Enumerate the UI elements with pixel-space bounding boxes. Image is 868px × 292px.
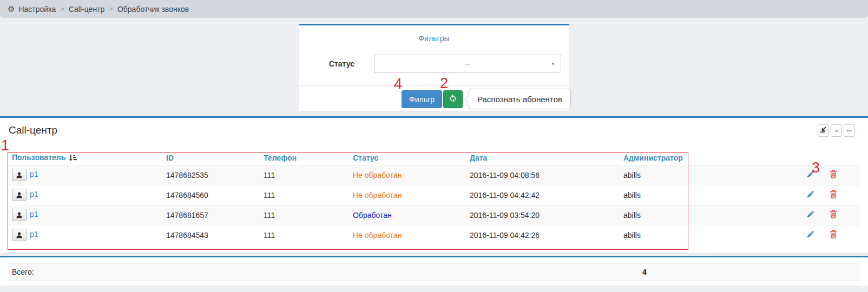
refresh-button[interactable] [443, 90, 463, 108]
admin-cell: abills [619, 165, 798, 185]
edit-pencil-icon[interactable] [806, 170, 815, 180]
table-header-row: Пользователь ID Телефон Статус Дата Адми… [8, 151, 860, 165]
totals-panel: Всего: 4 [0, 256, 868, 286]
minus-icon: − [834, 128, 838, 134]
panel-title: Call-центр [9, 124, 57, 136]
total-value: 4 [642, 264, 647, 280]
collapse-button[interactable]: − [831, 124, 842, 137]
delete-action-cell [823, 165, 860, 185]
delete-action-cell [823, 205, 860, 225]
panel-toolbar: − ••• [816, 124, 855, 137]
status-select[interactable]: -- ▼ [374, 55, 561, 73]
col-header-date[interactable]: Дата [465, 151, 619, 165]
delete-trash-icon[interactable] [830, 170, 837, 180]
user-link[interactable]: p1 [30, 190, 38, 198]
status-cell: Не обработан [348, 225, 465, 245]
phone-cell: 111 [259, 165, 348, 185]
breadcrumb-separator: > [60, 5, 64, 13]
date-cell: 2016-11-09 04:42:42 [465, 185, 619, 205]
edit-pencil-icon[interactable] [806, 230, 815, 240]
delete-action-cell [823, 185, 860, 205]
date-cell: 2016-11-09 04:42:26 [465, 225, 619, 245]
col-header-id[interactable]: ID [162, 151, 259, 165]
status-cell: Не обработан [348, 165, 465, 185]
breadcrumb-item-call-center[interactable]: Call-центр [69, 5, 104, 14]
filters-panel-footer: Фильтр Распознать абонентов [299, 85, 569, 112]
id-cell: 1478684560 [162, 185, 259, 205]
table-row: p1 1478681657 111 Обработан 2016-11-09 0… [8, 205, 860, 225]
options-button[interactable]: ••• [844, 124, 855, 137]
edit-action-cell [798, 185, 823, 205]
col-header-admin[interactable]: Администратор [619, 151, 798, 165]
table-row: p1 1478682535 111 Не обработан 2016-11-0… [8, 165, 860, 185]
user-cell: p1 [8, 165, 162, 185]
status-cell: Обработан [348, 205, 465, 225]
table-body: p1 1478682535 111 Не обработан 2016-11-0… [8, 165, 860, 245]
total-label: Всего: [8, 268, 34, 276]
id-cell: 1478682535 [162, 165, 259, 185]
table-row: p1 1478684560 111 Не обработан 2016-11-0… [8, 185, 860, 205]
admin-cell: abills [619, 185, 798, 205]
delete-action-cell [823, 225, 860, 245]
refresh-icon [449, 94, 457, 104]
delete-trash-icon[interactable] [830, 210, 837, 220]
admin-cell: abills [619, 225, 798, 245]
admin-cell: abills [619, 205, 798, 225]
filters-panel: Фильтры Статус -- ▼ Фильтр Распознать аб… [299, 24, 569, 111]
edit-action-cell [798, 165, 823, 185]
phone-cell: 111 [259, 205, 348, 225]
edit-pencil-icon[interactable] [806, 190, 815, 200]
breadcrumb-separator: > [109, 5, 113, 13]
calls-table: Пользователь ID Телефон Статус Дата Адми… [8, 151, 860, 245]
col-header-actions [798, 151, 823, 165]
phone-cell: 111 [259, 185, 348, 205]
date-cell: 2016-11-09 03:54:20 [465, 205, 619, 225]
delete-trash-icon[interactable] [830, 190, 837, 200]
breadcrumb-item-call-handler[interactable]: Обработчик звонков [117, 5, 189, 14]
table-row: p1 1478684543 111 Не обработан 2016-11-0… [8, 225, 860, 245]
status-select-value: -- [465, 59, 470, 68]
breadcrumb: ⚙ Настройка > Call-центр > Обработчик зв… [0, 0, 868, 18]
col-header-user-label: Пользователь [12, 153, 65, 162]
export-icon [820, 127, 827, 135]
user-icon-button[interactable] [12, 189, 27, 201]
chevron-down-icon: ▼ [551, 62, 555, 67]
export-button[interactable] [818, 124, 829, 137]
user-cell: p1 [8, 225, 162, 245]
user-link[interactable]: p1 [30, 210, 38, 218]
user-link[interactable]: p1 [30, 230, 38, 238]
col-header-status[interactable]: Статус [348, 151, 465, 165]
edit-action-cell [798, 225, 823, 245]
date-cell: 2016-11-09 04:08:56 [465, 165, 619, 185]
call-center-panel: Call-центр − ••• Пользователь [0, 116, 868, 254]
recognize-subscribers-tooltip: Распознать абонентов [469, 89, 571, 109]
edit-pencil-icon[interactable] [806, 210, 815, 220]
gear-icon: ⚙ [8, 4, 15, 14]
delete-trash-icon[interactable] [830, 230, 837, 240]
filters-panel-title: Фильтры [299, 25, 569, 43]
phone-cell: 111 [259, 225, 348, 245]
col-header-user[interactable]: Пользователь [8, 151, 162, 165]
user-icon-button[interactable] [12, 169, 27, 181]
totals-row: Всего: 4 [8, 263, 860, 281]
sort-amount-icon [69, 154, 77, 163]
user-cell: p1 [8, 205, 162, 225]
edit-action-cell [798, 205, 823, 225]
col-header-actions [823, 151, 860, 165]
ellipsis-icon: ••• [846, 129, 852, 132]
id-cell: 1478684543 [162, 225, 259, 245]
status-label: Статус [299, 59, 354, 68]
user-icon-button[interactable] [12, 209, 27, 221]
user-cell: p1 [8, 185, 162, 205]
user-icon-button[interactable] [12, 229, 27, 241]
filter-button[interactable]: Фильтр [402, 90, 442, 108]
calls-table-wrap: Пользователь ID Телефон Статус Дата Адми… [8, 151, 860, 245]
id-cell: 1478681657 [162, 205, 259, 225]
status-cell: Не обработан [348, 185, 465, 205]
breadcrumb-item-settings[interactable]: Настройка [18, 5, 56, 14]
user-link[interactable]: p1 [30, 170, 38, 178]
recognize-subscribers-label: Распознать абонентов [477, 95, 562, 104]
col-header-phone[interactable]: Телефон [259, 151, 348, 165]
status-form-row: Статус -- ▼ [299, 55, 569, 73]
